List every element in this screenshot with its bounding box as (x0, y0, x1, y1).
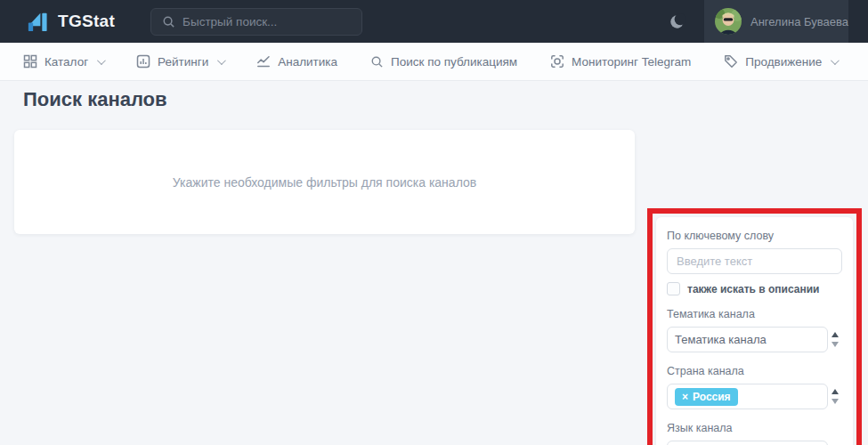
tag-label: Россия (693, 391, 731, 403)
country-label: Страна канала (667, 365, 842, 377)
chevron-down-icon (217, 56, 226, 65)
country-select[interactable]: × Россия (667, 384, 828, 409)
search-in-description-checkbox[interactable]: также искать в описании (667, 282, 842, 295)
dark-mode-toggle[interactable] (668, 12, 686, 31)
tag-icon (724, 54, 738, 69)
keyword-label: По ключевому слову (667, 230, 842, 242)
spinner-up-icon[interactable] (831, 389, 839, 394)
keyword-input[interactable] (667, 248, 842, 274)
spinner-down-icon[interactable] (831, 399, 839, 404)
grid-icon (23, 54, 37, 69)
nav-item-ratings[interactable]: Рейтинги (136, 54, 223, 69)
nav-item-post-search[interactable]: Поиск по публикациям (370, 55, 517, 69)
nav-item-promotion[interactable]: Продвижение (724, 54, 837, 69)
quick-search (150, 8, 362, 36)
bar-chart-icon (136, 54, 150, 69)
spinner-up-icon[interactable] (831, 332, 839, 337)
checkbox-label: также искать в описании (687, 283, 819, 295)
moon-icon (668, 12, 686, 31)
user-name: Ангелина Буваева (750, 15, 848, 28)
nav-item-monitoring[interactable]: Мониторинг Telegram (550, 54, 691, 69)
tgstat-logo[interactable]: TGStat (25, 10, 115, 34)
quick-search-input[interactable] (183, 15, 351, 28)
country-tag[interactable]: × Россия (675, 388, 738, 406)
filters-panel: По ключевому слову также искать в описан… (656, 217, 853, 445)
tag-remove-icon[interactable]: × (682, 391, 688, 403)
chevron-down-icon (831, 56, 840, 65)
topic-label: Тематика канала (667, 308, 842, 320)
topic-spinner (828, 332, 842, 347)
topic-select[interactable]: Тематика канала (667, 327, 828, 352)
line-chart-icon (256, 54, 271, 69)
chevron-down-icon (97, 56, 106, 65)
checkbox-icon[interactable] (667, 282, 680, 295)
logo-text: TGStat (58, 12, 115, 31)
tgstat-logo-icon (25, 10, 49, 34)
results-placeholder-card: Укажите необходимые фильтры для поиска к… (14, 130, 635, 234)
nav-item-analytics[interactable]: Аналитика (256, 54, 337, 69)
language-select[interactable]: Язык канала (667, 441, 828, 445)
language-label: Язык канала (667, 422, 842, 434)
main-nav: Каталог Рейтинги Аналитика Поиск по публ (0, 43, 868, 81)
monitor-scan-icon (550, 54, 564, 69)
search-icon (162, 15, 175, 28)
page-title: Поиск каналов (23, 88, 167, 111)
topbar: TGStat (0, 0, 868, 43)
user-menu[interactable]: Ангелина Буваева (704, 0, 848, 43)
empty-state-message: Укажите необходимые фильтры для поиска к… (173, 175, 476, 190)
avatar (715, 8, 742, 35)
nav-item-catalog[interactable]: Каталог (23, 54, 103, 69)
page-content: Поиск каналов Укажите необходимые фильтр… (0, 81, 868, 445)
spinner-down-icon[interactable] (831, 342, 839, 347)
country-spinner (828, 389, 842, 404)
search-icon (370, 55, 384, 69)
highlight-red-frame: По ключевому слову также искать в описан… (647, 208, 862, 445)
